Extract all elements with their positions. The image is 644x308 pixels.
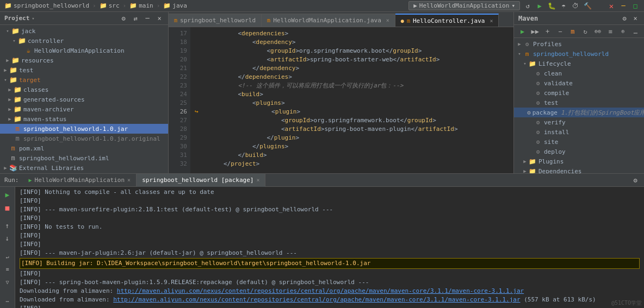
settings-button[interactable]: ≡ bbox=[605, 27, 616, 36]
maven-item-deploy[interactable]: ⚙ deploy bbox=[514, 147, 644, 156]
run-line: [INFO] --- maven-surefire-plugin:2.18.1:… bbox=[20, 205, 640, 214]
wrap-text-button[interactable]: ↵ bbox=[2, 250, 14, 262]
gear-icon: ⚙ bbox=[534, 129, 542, 136]
tree-label: generated-sources bbox=[23, 96, 85, 103]
folder-icon: 📁 bbox=[17, 37, 26, 45]
tree-item-maven-status[interactable]: ▶ 📁 maven-status bbox=[0, 114, 168, 124]
tree-item-iml[interactable]: m springboot_helloworld.iml bbox=[0, 153, 168, 163]
tree-label: pom.xml bbox=[19, 145, 44, 152]
add-config-button[interactable]: ⊕ bbox=[618, 27, 628, 36]
tree-label: controller bbox=[28, 37, 64, 45]
maven-item-test[interactable]: ⚙ test bbox=[514, 98, 644, 108]
maven-item-lifecycle[interactable]: ▾ 📁 Lifecycle bbox=[514, 59, 644, 68]
stop-button[interactable]: ■ bbox=[2, 202, 14, 213]
tree-view-button[interactable]: ≡ bbox=[2, 263, 14, 275]
tree-item-test[interactable]: ▶ 📁 test bbox=[0, 65, 168, 75]
tab-icon: m bbox=[267, 17, 270, 23]
tree-item-resources[interactable]: ▶ 📁 resources bbox=[0, 55, 168, 65]
run-goals-button[interactable]: ▶▶ bbox=[530, 27, 540, 36]
maven-close-icon[interactable]: × bbox=[631, 14, 640, 23]
maven-item-install[interactable]: ⚙ install bbox=[514, 127, 644, 137]
tab-close-icon[interactable]: × bbox=[127, 177, 131, 183]
run-icon: ▶ bbox=[413, 2, 417, 9]
tree-item-external-libs[interactable]: ▶ 📚 External Libraries bbox=[0, 163, 168, 173]
downloaded-link[interactable]: http://maven.aliyun.com/nexus/content/re… bbox=[113, 296, 520, 303]
run-tab-package[interactable]: springboot_helloworld [package] × bbox=[137, 174, 265, 187]
maven-item-package[interactable]: ⚙ package 1.打包我们的SpirngBoot应用 bbox=[514, 108, 644, 117]
arrow-icon: ▾ bbox=[4, 28, 11, 34]
tree-item-jar[interactable]: m springboot_helloworld-1.0.jar bbox=[0, 124, 168, 134]
maven-label: Lifecycle bbox=[538, 60, 571, 67]
tab-hellocontroller[interactable]: ● m HelloController.java × bbox=[395, 14, 499, 27]
run-line: Downloaded from alimaven: http://maven.a… bbox=[20, 296, 640, 304]
maven-item-compile[interactable]: ⚙ compile bbox=[514, 88, 644, 98]
filter-button[interactable]: ▽ bbox=[2, 276, 14, 287]
run-goal-button[interactable]: ▶ bbox=[517, 27, 528, 36]
maven-item-validate[interactable]: ⚙ validate bbox=[514, 78, 644, 88]
minimize-button[interactable]: ─ bbox=[619, 2, 628, 10]
tab-close-icon[interactable]: × bbox=[386, 17, 389, 23]
maven-panel-header: Maven ⚙ × bbox=[514, 12, 644, 25]
close-panel-icon[interactable]: × bbox=[155, 14, 164, 23]
maven-item-plugins[interactable]: ▶ 📁 Plugins bbox=[514, 156, 644, 166]
run-tab-helloworldmain[interactable]: ▶ HelloWorldMainApplication × bbox=[23, 174, 137, 187]
tab-close-icon[interactable]: × bbox=[490, 18, 493, 24]
minus-button[interactable]: − bbox=[555, 27, 565, 36]
coverage-button[interactable]: ☂ bbox=[559, 2, 568, 10]
maven-item-profiles[interactable]: ▶ ⚙ Profiles bbox=[514, 39, 644, 49]
gear-icon: ⚙ bbox=[534, 139, 542, 146]
add-button[interactable]: + bbox=[542, 27, 553, 36]
tab-springboot-helloworld[interactable]: m springboot_helloworld bbox=[169, 14, 262, 27]
run-config-selector[interactable]: ▶ HelloWorldMainApplication ▾ bbox=[408, 1, 520, 10]
build-button[interactable]: 🔨 bbox=[583, 2, 592, 10]
arrow-icon: ▶ bbox=[7, 106, 13, 112]
maven-item-site[interactable]: ⚙ site bbox=[514, 137, 644, 147]
folder-icon: 📁 bbox=[528, 60, 537, 67]
settings-button[interactable]: … bbox=[2, 294, 14, 306]
maven-item-verify[interactable]: ⚙ verify bbox=[514, 117, 644, 127]
tree-item-maven-archiver[interactable]: ▶ 📁 maven-archiver bbox=[0, 104, 168, 114]
breadcrumb-project: 📁 springboot_helloworld bbox=[4, 2, 89, 9]
build-refresh-button[interactable]: ↺ bbox=[523, 2, 532, 10]
scroll-down-button[interactable]: ↓ bbox=[2, 232, 14, 244]
maven-item-clean[interactable]: ⚙ clean bbox=[514, 68, 644, 78]
tab-icon: m bbox=[174, 17, 177, 23]
maven-item-project[interactable]: ▾ m springboot_helloworld bbox=[514, 49, 644, 59]
scroll-up-button[interactable]: ↑ bbox=[2, 220, 14, 231]
maven-project-icon: m bbox=[523, 51, 531, 58]
tree-item-jar-original[interactable]: m springboot_helloworld-1.0.jar.original bbox=[0, 134, 168, 143]
title-bar: 📁 springboot_helloworld › 📁 src › 📁 main… bbox=[0, 0, 644, 12]
settings-icon[interactable]: ⚙ bbox=[119, 14, 128, 23]
tree-item-jack[interactable]: ▾ 📁 jack bbox=[0, 26, 168, 36]
tree-item-target[interactable]: ▾ 📁 target bbox=[0, 75, 168, 85]
tab-helloworldmain[interactable]: m HelloWorldMainApplication.java × bbox=[262, 14, 395, 27]
maven-icon[interactable]: m bbox=[567, 27, 578, 36]
tree-item-pom[interactable]: m pom.xml bbox=[0, 143, 168, 153]
run-settings-icon[interactable]: ⚙ bbox=[631, 176, 640, 185]
run-line: [INFO] bbox=[20, 269, 640, 278]
close-button[interactable]: ✕ bbox=[607, 2, 616, 10]
download-link[interactable]: http://maven.aliyun.com/nexus/content/re… bbox=[117, 287, 524, 294]
tree-item-controller[interactable]: ▾ 📁 controller bbox=[0, 36, 168, 46]
folder-icon: 📁 bbox=[11, 27, 20, 35]
tree-item-helloworldmain[interactable]: ☕ HelloWorldMainApplication bbox=[0, 46, 168, 55]
minimize-panel-icon[interactable]: ─ bbox=[143, 14, 152, 23]
tree-item-classes[interactable]: ▶ 📁 classes bbox=[0, 85, 168, 95]
code-line: </dependency> bbox=[195, 64, 513, 73]
maximize-button[interactable]: □ bbox=[631, 2, 640, 10]
arrow-icon: ▶ bbox=[2, 165, 9, 171]
run-output: [INFO] Nothing to compile - all classes … bbox=[15, 187, 644, 308]
sync-icon[interactable]: ⇄ bbox=[131, 14, 140, 23]
debug-button[interactable]: 🐛 bbox=[547, 2, 556, 10]
refresh-button[interactable]: ↻ bbox=[580, 27, 590, 36]
run-play-button[interactable]: ▶ bbox=[2, 189, 14, 200]
tree-item-generated-sources[interactable]: ▶ 📁 generated-sources bbox=[0, 95, 168, 104]
generate-sources-button[interactable]: ⊕⊕ bbox=[593, 27, 603, 36]
profile-button[interactable]: ⏱ bbox=[571, 2, 580, 10]
tab-close-icon[interactable]: × bbox=[256, 177, 259, 183]
run-button[interactable]: ▶ bbox=[535, 2, 544, 10]
maven-label: springboot_helloworld bbox=[533, 51, 609, 58]
tab-icon: m bbox=[407, 18, 410, 24]
more-button[interactable]: … bbox=[630, 27, 641, 36]
maven-settings-icon[interactable]: ⚙ bbox=[620, 14, 629, 23]
